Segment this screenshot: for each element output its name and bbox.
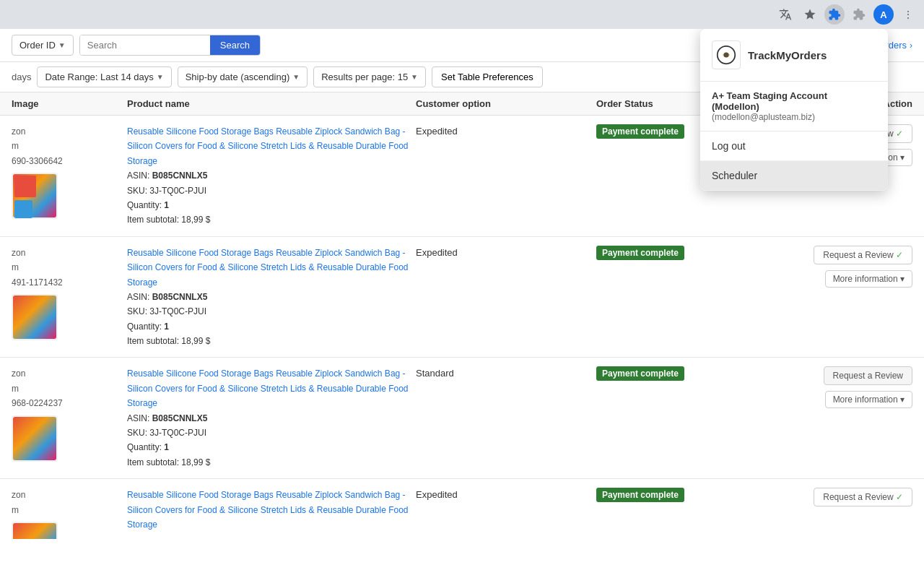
product-image — [12, 294, 58, 340]
table-row: zon m 968-0224237 Reusable Silicone Food… — [0, 358, 924, 479]
extension-active-icon[interactable] — [824, 4, 845, 25]
order-id-dropdown[interactable]: Order ID ▼ — [12, 35, 74, 56]
more-options-icon[interactable]: ⋮ — [898, 4, 918, 25]
product-info-col: Reusable Silicone Food Storage Bags Reus… — [127, 488, 416, 532]
status-badge: Payment complete — [596, 488, 684, 502]
order-meta-col: zon m 491-1171432 — [12, 246, 127, 340]
page-content: Order ID ▼ Search ← Previous | Orders › … — [0, 29, 924, 578]
logout-menu-item[interactable]: Log out — [700, 131, 888, 161]
customer-option-col: Expedited — [416, 124, 596, 137]
product-image — [12, 415, 58, 462]
product-image — [12, 173, 58, 219]
product-info-col: Reusable Silicone Food Storage Bags Reus… — [127, 246, 416, 349]
customer-option-col: Expedited — [416, 488, 596, 500]
request-review-button[interactable]: Request a Review ✓ — [814, 246, 912, 264]
search-input[interactable] — [80, 35, 210, 55]
orders-arrow-icon: › — [910, 40, 912, 51]
search-button[interactable]: Search — [210, 35, 260, 55]
star-icon[interactable] — [800, 4, 820, 25]
check-icon: ✓ — [896, 250, 903, 260]
request-review-button[interactable]: Request a Review — [824, 366, 912, 385]
col-header-customer: Customer option — [416, 98, 596, 109]
col-header-image: Image — [12, 98, 127, 109]
product-name-link[interactable]: Reusable Silicone Food Storage Bags Reus… — [127, 126, 409, 166]
more-info-button[interactable]: More information ▾ — [825, 391, 912, 408]
order-meta-col: zon m 968-0224237 — [12, 366, 127, 461]
table-row: zon m 491-1171432 Reusable Silicone Food… — [0, 237, 924, 358]
col-header-product: Product name — [127, 98, 416, 109]
puzzle-icon[interactable] — [849, 4, 869, 25]
popup-title: TrackMyOrders — [748, 49, 827, 61]
action-col: Request a Review More information ▾ — [741, 366, 912, 408]
product-info-col: Reusable Silicone Food Storage Bags Reus… — [127, 366, 416, 470]
more-info-button[interactable]: More information ▾ — [825, 270, 912, 288]
translate-icon[interactable] — [775, 4, 796, 25]
table-row: zon m Reusable Silicone Food Storage Bag… — [0, 479, 924, 539]
account-avatar[interactable]: A — [873, 4, 894, 25]
svg-point-1 — [724, 53, 729, 58]
popup-header: TrackMyOrders — [700, 29, 888, 82]
popup-account-section: A+ Team Staging Account (Modellon) (mode… — [700, 82, 888, 131]
trackmyorders-logo — [712, 40, 741, 69]
status-col: Payment complete — [596, 366, 741, 381]
order-meta-col: zon m — [12, 488, 127, 539]
status-badge: Payment complete — [596, 246, 684, 260]
request-review-button[interactable]: Request a Review ✓ — [814, 488, 912, 506]
date-range-dropdown[interactable]: Date Range: Last 14 days ▼ — [37, 66, 171, 87]
results-per-page-dropdown[interactable]: Results per page: 15 ▼ — [313, 66, 426, 87]
customer-option-col: Standard — [416, 366, 596, 379]
product-info-col: Reusable Silicone Food Storage Bags Reus… — [127, 124, 416, 228]
status-badge: Payment complete — [596, 366, 684, 381]
displays-label: days — [12, 72, 31, 82]
set-table-preferences-button[interactable]: Set Table Preferences — [432, 66, 543, 87]
account-email: (modellon@aplusteam.biz) — [712, 112, 876, 122]
action-col: Request a Review ✓ — [741, 488, 912, 506]
status-col: Payment complete — [596, 488, 741, 502]
dropdown-arrow-icon: ▼ — [58, 41, 66, 49]
customer-option-col: Expedited — [416, 246, 596, 258]
check-icon: ✓ — [896, 129, 903, 139]
product-name-link[interactable]: Reusable Silicone Food Storage Bags Reus… — [127, 368, 409, 408]
results-arrow-icon: ▼ — [411, 73, 418, 81]
product-name-link[interactable]: Reusable Silicone Food Storage Bags Reus… — [127, 490, 409, 530]
action-col: Request a Review ✓ More information ▾ — [741, 246, 912, 288]
search-wrapper: Search — [79, 35, 261, 56]
toolbar-left: Order ID ▼ Search — [12, 35, 816, 56]
account-name: A+ Team Staging Account (Modellon) — [712, 90, 876, 112]
chrome-toolbar: A ⋮ — [0, 0, 924, 29]
product-image — [12, 522, 58, 539]
ship-by-dropdown[interactable]: Ship-by date (ascending) ▼ — [178, 66, 308, 87]
scheduler-menu-item[interactable]: Scheduler — [700, 161, 888, 191]
account-dropdown-popup: TrackMyOrders A+ Team Staging Account (M… — [700, 29, 888, 191]
ship-by-arrow-icon: ▼ — [292, 73, 300, 81]
check-icon: ✓ — [896, 492, 903, 502]
status-badge: Payment complete — [596, 124, 684, 139]
product-name-link[interactable]: Reusable Silicone Food Storage Bags Reus… — [127, 248, 409, 288]
status-col: Payment complete — [596, 246, 741, 260]
date-range-arrow-icon: ▼ — [157, 73, 164, 81]
order-meta-col: zon m 690-3306642 — [12, 124, 127, 219]
